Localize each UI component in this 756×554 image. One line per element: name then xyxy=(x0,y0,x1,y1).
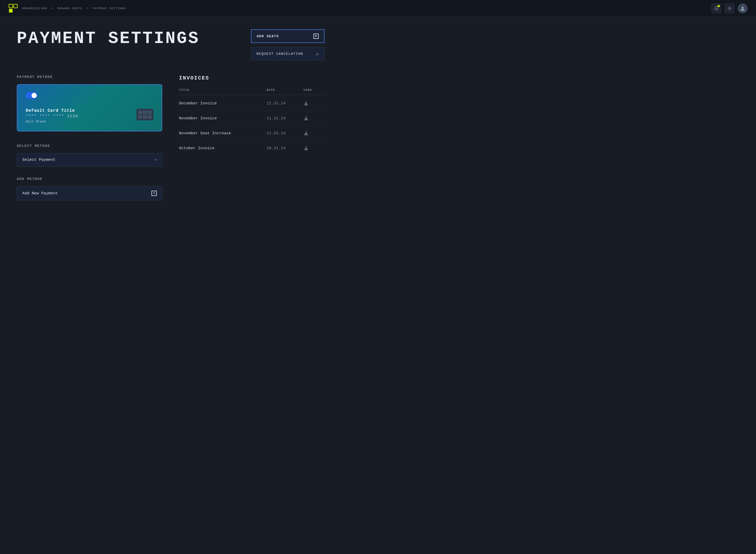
invoice-date-cell: 12.31.24 xyxy=(267,101,303,105)
invoice-view-cell xyxy=(303,101,324,106)
download-button[interactable] xyxy=(303,101,309,106)
plus-icon: + xyxy=(313,34,319,39)
add-method-label: ADD METHOD xyxy=(17,177,162,181)
select-method-label: SELECT METHOD xyxy=(17,144,162,148)
avatar-icon xyxy=(740,5,746,11)
breadcrumb: ORGANIZATION > MANAGE SEATS > PAYMENT SE… xyxy=(22,7,126,10)
svg-rect-0 xyxy=(9,4,13,8)
invoice-rows: December Invoice 12.31.24 November Invoi… xyxy=(179,96,324,156)
right-col: INVOICES TITLE DATE VIEW December Invoic… xyxy=(179,75,324,201)
chip-cell xyxy=(143,110,147,114)
invoices-title: INVOICES xyxy=(179,75,324,81)
invoice-table: TITLE DATE VIEW December Invoice 12.31.2… xyxy=(179,86,324,156)
breadcrumb-sep1: > xyxy=(51,7,53,10)
svg-point-4 xyxy=(742,7,744,9)
add-payment-button[interactable]: Add New Payment + xyxy=(17,186,162,201)
card-toggle[interactable] xyxy=(26,92,37,99)
left-col: PAYMENT METHOD Default Card Title **** *… xyxy=(17,75,162,201)
payment-method-section: PAYMENT METHOD Default Card Title **** *… xyxy=(17,75,162,131)
chip-cell xyxy=(138,110,142,114)
breadcrumb-manage[interactable]: MANAGE SEATS xyxy=(57,7,83,10)
add-seats-label: ADD SEATS xyxy=(257,34,279,38)
card-body: Default Card Title **** **** **** 1234 W… xyxy=(26,108,153,123)
topnav-right xyxy=(711,3,748,13)
page-title: PAYMENT SETTINGS xyxy=(17,30,200,48)
logo[interactable] xyxy=(8,4,18,13)
notifications-button[interactable] xyxy=(711,3,721,13)
chip-cell xyxy=(148,115,152,119)
topnav: ORGANIZATION > MANAGE SEATS > PAYMENT SE… xyxy=(0,0,756,17)
card-top xyxy=(26,92,153,99)
chevron-down-icon: ▾ xyxy=(155,158,157,162)
warning-icon: ⚠ xyxy=(316,51,319,56)
payment-method-label: PAYMENT METHOD xyxy=(17,75,162,79)
svg-rect-2 xyxy=(9,9,13,13)
card-chip xyxy=(137,109,153,120)
table-row: November Invoice 11.31.24 xyxy=(179,111,324,126)
main-content: PAYMENT SETTINGS ADD SEATS + REQUEST CAN… xyxy=(0,17,341,213)
invoice-date-cell: 10.31.24 xyxy=(267,146,303,150)
svg-point-3 xyxy=(729,8,730,9)
toggle-knob xyxy=(32,93,37,98)
download-icon xyxy=(303,116,309,121)
card-holder: Will Breen xyxy=(26,120,153,123)
notification-badge xyxy=(718,5,720,7)
invoice-col-date: DATE xyxy=(267,89,303,92)
chip-cell xyxy=(143,115,147,119)
chip-cell xyxy=(148,110,152,114)
select-payment-placeholder: Select Payment xyxy=(22,158,55,162)
select-method-section: SELECT METHOD Select Payment ▾ xyxy=(17,144,162,167)
header-actions: ADD SEATS + REQUEST CANCELATION ⚠ xyxy=(251,30,324,60)
download-icon xyxy=(303,131,309,136)
credit-card: Default Card Title **** **** **** 1234 W… xyxy=(17,84,162,131)
add-method-section: ADD METHOD Add New Payment + xyxy=(17,177,162,201)
request-cancel-label: REQUEST CANCELATION xyxy=(256,52,303,56)
invoice-date-cell: 11.01.24 xyxy=(267,131,303,135)
invoice-title-cell: November Invoice xyxy=(179,116,267,121)
invoice-view-cell xyxy=(303,146,324,151)
invoice-view-cell xyxy=(303,131,324,136)
invoice-title-cell: October Invoice xyxy=(179,146,267,151)
invoice-header: TITLE DATE VIEW xyxy=(179,86,324,95)
invoice-title-cell: November Seat Increase xyxy=(179,131,267,135)
table-row: November Seat Increase 11.01.24 xyxy=(179,126,324,141)
settings-button[interactable] xyxy=(724,3,735,13)
invoice-col-view: VIEW xyxy=(303,89,324,92)
breadcrumb-org[interactable]: ORGANIZATION xyxy=(22,7,47,10)
invoice-col-title: TITLE xyxy=(179,89,267,92)
svg-rect-1 xyxy=(14,4,17,8)
invoice-view-cell xyxy=(303,116,324,121)
table-row: October Invoice 10.31.24 xyxy=(179,141,324,156)
page-header: PAYMENT SETTINGS ADD SEATS + REQUEST CAN… xyxy=(17,30,324,60)
breadcrumb-current: PAYMENT SETTINGS xyxy=(93,7,126,10)
chip-cell xyxy=(138,115,142,119)
request-cancel-button[interactable]: REQUEST CANCELATION ⚠ xyxy=(251,47,324,60)
gear-icon xyxy=(727,6,732,11)
table-row: December Invoice 12.31.24 xyxy=(179,96,324,111)
card-title: Default Card Title xyxy=(26,108,153,113)
topnav-left: ORGANIZATION > MANAGE SEATS > PAYMENT SE… xyxy=(8,4,126,13)
add-seats-button[interactable]: ADD SEATS + xyxy=(251,30,324,43)
payment-select-dropdown[interactable]: Select Payment ▾ xyxy=(17,153,162,167)
download-button[interactable] xyxy=(303,116,309,121)
download-icon xyxy=(303,146,309,151)
download-button[interactable] xyxy=(303,146,309,151)
invoice-date-cell: 11.31.24 xyxy=(267,116,303,120)
breadcrumb-sep2: > xyxy=(87,7,89,10)
card-number: **** **** **** 1234 xyxy=(26,114,153,119)
invoice-title-cell: December Invoice xyxy=(179,101,267,106)
add-payment-label: Add New Payment xyxy=(22,191,58,196)
download-icon xyxy=(303,101,309,106)
add-plus-icon: + xyxy=(151,191,157,196)
avatar[interactable] xyxy=(738,3,748,13)
download-button[interactable] xyxy=(303,131,309,136)
two-col-layout: PAYMENT METHOD Default Card Title **** *… xyxy=(17,75,324,201)
